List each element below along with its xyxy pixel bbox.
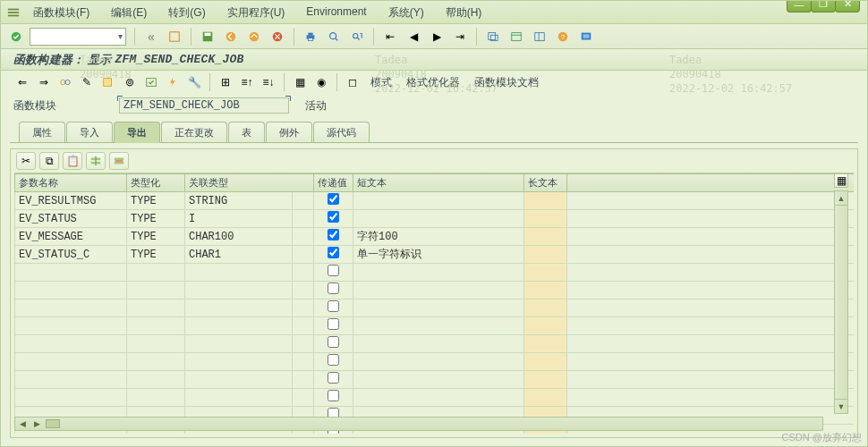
first-page-icon[interactable]: ⇤ bbox=[380, 27, 400, 46]
activate-icon[interactable] bbox=[164, 73, 182, 91]
cancel-icon[interactable] bbox=[268, 27, 287, 46]
col-pass-value[interactable]: 传递值 bbox=[314, 174, 353, 192]
active-inactive-icon[interactable] bbox=[99, 73, 117, 91]
paste-icon[interactable]: 📋 bbox=[63, 152, 82, 170]
horizontal-scrollbar[interactable]: ◀ ▶ bbox=[14, 417, 823, 431]
module-doc-button[interactable]: 函数模块文档 bbox=[469, 75, 544, 90]
exit-icon[interactable] bbox=[165, 27, 184, 46]
col-param-name[interactable]: 参数名称 bbox=[15, 174, 127, 192]
table-row[interactable] bbox=[15, 282, 855, 299]
table-row[interactable] bbox=[15, 389, 855, 407]
cut-icon[interactable]: ✂ bbox=[16, 152, 36, 170]
table-row[interactable]: EV_STATUSTYPEI bbox=[15, 210, 855, 228]
back-icon[interactable]: « bbox=[141, 27, 161, 46]
table-row[interactable]: EV_MESSAGETYPECHAR100字符100 bbox=[15, 228, 855, 246]
pass-value-cell[interactable] bbox=[314, 389, 353, 407]
window-minimize-button[interactable]: — bbox=[787, 0, 812, 13]
window-close-button[interactable]: ✕ bbox=[835, 0, 860, 13]
save-icon[interactable] bbox=[198, 27, 217, 46]
vertical-scrollbar[interactable]: ▲ ▼ bbox=[834, 190, 848, 414]
scroll-up-icon[interactable]: ▲ bbox=[835, 191, 847, 206]
sort-asc-icon[interactable]: ≡↑ bbox=[238, 73, 256, 91]
table-row[interactable]: EV_STATUS_CTYPECHAR1单一字符标识 bbox=[15, 246, 855, 264]
new-session-icon[interactable] bbox=[483, 27, 503, 46]
print-icon[interactable] bbox=[301, 27, 320, 46]
menu-utilities[interactable]: 实用程序(U) bbox=[217, 1, 296, 24]
back2-icon[interactable] bbox=[221, 27, 241, 46]
pattern-button[interactable]: 模式 bbox=[365, 75, 397, 90]
table-row[interactable] bbox=[15, 371, 855, 389]
pass-value-cell[interactable] bbox=[314, 371, 353, 389]
find-next-icon[interactable] bbox=[347, 27, 367, 46]
insert-row-icon[interactable] bbox=[86, 152, 106, 170]
customize-icon[interactable] bbox=[576, 27, 596, 46]
pass-value-checkbox[interactable] bbox=[328, 300, 339, 312]
pass-value-checkbox[interactable] bbox=[328, 336, 339, 348]
prev-object-icon[interactable]: ⇐ bbox=[13, 73, 31, 91]
pass-value-cell[interactable] bbox=[314, 353, 353, 371]
prev-page-icon[interactable]: ◀ bbox=[404, 27, 423, 46]
scroll-left-icon[interactable]: ◀ bbox=[15, 417, 30, 430]
delete-row-icon[interactable] bbox=[109, 152, 129, 170]
menu-help[interactable]: 帮助(H) bbox=[435, 1, 493, 24]
table-row[interactable] bbox=[15, 353, 855, 371]
column-config-icon[interactable]: ▦ bbox=[834, 173, 848, 188]
pass-value-cell[interactable] bbox=[314, 335, 353, 353]
other-object-icon[interactable]: ✎ bbox=[78, 73, 96, 91]
pretty-printer-button[interactable]: 格式优化器 bbox=[401, 75, 465, 90]
find-icon[interactable] bbox=[324, 27, 344, 46]
tab-source[interactable]: 源代码 bbox=[313, 122, 370, 143]
pass-value-checkbox[interactable] bbox=[328, 265, 339, 276]
display-change-icon[interactable] bbox=[56, 73, 74, 91]
help-icon[interactable]: ? bbox=[553, 27, 573, 46]
sort-desc-icon[interactable]: ≡↓ bbox=[260, 73, 277, 91]
where-used-icon[interactable]: ⊚ bbox=[121, 73, 139, 91]
pass-value-checkbox[interactable] bbox=[328, 211, 339, 223]
pass-value-checkbox[interactable] bbox=[328, 283, 339, 294]
layout-icon[interactable] bbox=[530, 27, 549, 46]
tab-export[interactable]: 导出 bbox=[114, 122, 160, 143]
create-shortcut-icon[interactable] bbox=[506, 27, 526, 46]
table-row[interactable] bbox=[15, 335, 855, 353]
pass-value-cell[interactable] bbox=[314, 210, 353, 228]
select-block-icon[interactable]: ▦ bbox=[291, 73, 309, 91]
col-long-text[interactable]: 长文本 bbox=[524, 174, 567, 192]
app-menu-icon[interactable] bbox=[4, 4, 22, 21]
pass-value-cell[interactable] bbox=[314, 299, 353, 317]
pass-value-checkbox[interactable] bbox=[328, 372, 339, 384]
window-maximize-button[interactable]: ❐ bbox=[811, 0, 836, 13]
tab-import[interactable]: 导入 bbox=[66, 122, 113, 143]
col-typing[interactable]: 类型化 bbox=[127, 174, 185, 192]
table-row[interactable] bbox=[15, 264, 855, 282]
pass-value-cell[interactable] bbox=[314, 264, 353, 282]
last-page-icon[interactable]: ⇥ bbox=[450, 27, 470, 46]
pass-value-cell[interactable] bbox=[314, 228, 353, 246]
scroll-right-icon[interactable]: ▶ bbox=[30, 417, 44, 430]
breakpoint-icon[interactable]: ◉ bbox=[312, 73, 330, 91]
pass-value-cell[interactable] bbox=[314, 282, 353, 299]
enter-ok-icon[interactable] bbox=[6, 27, 26, 46]
pass-value-checkbox[interactable] bbox=[328, 390, 339, 401]
fullscreen-icon[interactable]: ◻ bbox=[344, 73, 362, 91]
pass-value-checkbox[interactable] bbox=[328, 318, 339, 330]
table-row[interactable] bbox=[15, 317, 855, 335]
pass-value-checkbox[interactable] bbox=[328, 247, 339, 258]
pass-value-checkbox[interactable] bbox=[328, 229, 339, 240]
menu-goto[interactable]: 转到(G) bbox=[157, 1, 216, 24]
table-row[interactable] bbox=[15, 299, 855, 317]
next-object-icon[interactable]: ⇒ bbox=[35, 73, 53, 91]
next-page-icon[interactable]: ▶ bbox=[427, 27, 447, 46]
tab-attributes[interactable]: 属性 bbox=[19, 122, 65, 143]
tab-changing[interactable]: 正在更改 bbox=[161, 122, 227, 143]
command-field[interactable]: ▾ bbox=[30, 28, 126, 46]
menu-system[interactable]: 系统(Y) bbox=[378, 1, 435, 24]
pass-value-checkbox[interactable] bbox=[328, 193, 339, 205]
hierarchy-icon[interactable]: ⊞ bbox=[217, 73, 234, 91]
col-assoc-type[interactable]: 关联类型 bbox=[185, 174, 314, 192]
copy-icon[interactable]: ⧉ bbox=[39, 152, 59, 170]
pass-value-cell[interactable] bbox=[314, 246, 353, 264]
up-icon[interactable] bbox=[244, 27, 264, 46]
scroll-down-icon[interactable]: ▼ bbox=[835, 399, 847, 413]
check-icon[interactable] bbox=[142, 73, 160, 91]
pass-value-cell[interactable] bbox=[314, 192, 353, 210]
